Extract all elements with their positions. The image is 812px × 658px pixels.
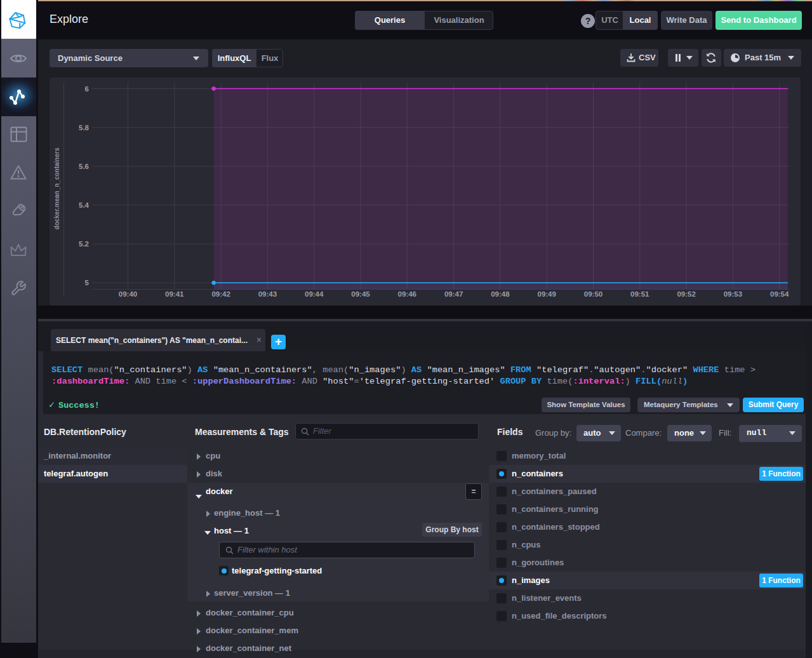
svg-text:09:41: 09:41 xyxy=(165,290,184,298)
svg-text:docker.mean_n_containers: docker.mean_n_containers xyxy=(53,147,60,229)
svg-text:6: 6 xyxy=(85,85,89,93)
svg-text:09:52: 09:52 xyxy=(677,290,695,298)
svg-text:09:46: 09:46 xyxy=(398,290,416,298)
svg-text:5.4: 5.4 xyxy=(79,201,90,209)
svg-text:09:48: 09:48 xyxy=(491,290,510,298)
svg-text:5.6: 5.6 xyxy=(79,163,89,170)
svg-text:09:47: 09:47 xyxy=(444,290,463,298)
svg-text:09:44: 09:44 xyxy=(305,290,324,298)
svg-text:5.8: 5.8 xyxy=(79,124,90,131)
svg-text:09:51: 09:51 xyxy=(630,290,649,298)
svg-text:09:43: 09:43 xyxy=(258,290,277,298)
svg-text:5.2: 5.2 xyxy=(79,240,89,248)
svg-text:09:40: 09:40 xyxy=(119,290,137,298)
svg-text:09:45: 09:45 xyxy=(351,290,370,298)
svg-text:5: 5 xyxy=(85,279,90,286)
svg-text:09:49: 09:49 xyxy=(537,290,556,298)
svg-text:09:42: 09:42 xyxy=(211,290,230,298)
svg-text:09:50: 09:50 xyxy=(584,290,602,298)
svg-text:09:53: 09:53 xyxy=(724,290,742,298)
svg-text:09:54: 09:54 xyxy=(770,290,789,298)
